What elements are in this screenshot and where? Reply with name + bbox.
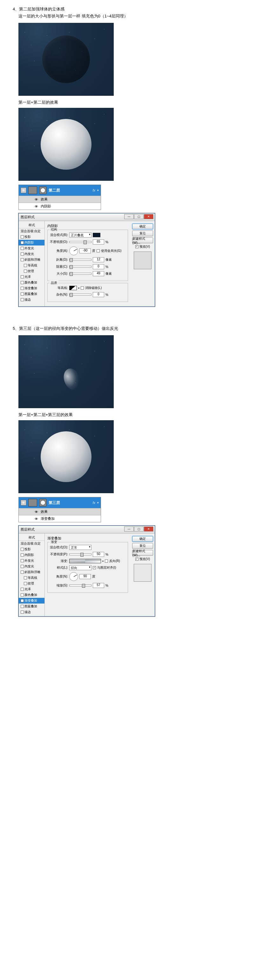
visibility-icon[interactable]: 👁 [21, 188, 26, 193]
sidebar-item-coloroverlay[interactable]: 颜色叠加 [19, 280, 45, 285]
antialias-checkbox[interactable] [81, 286, 84, 290]
noise-input[interactable]: 0 [93, 292, 104, 297]
minimize-button[interactable]: — [124, 214, 134, 219]
noise-slider[interactable] [69, 294, 91, 296]
blendmode-select[interactable]: 正片叠底 [69, 232, 91, 237]
maximize-button[interactable]: ▢ [134, 214, 144, 219]
reverse-label: 反向(R) [109, 559, 120, 563]
panel-heading: 内阴影 [47, 224, 128, 228]
distance-slider[interactable] [69, 259, 91, 261]
angle-dial[interactable] [69, 247, 78, 255]
sidebar-item-texture[interactable]: 纹理 [19, 268, 45, 274]
new-style-button[interactable]: 新建样式(W)... [132, 550, 153, 556]
new-style-button[interactable]: 新建样式(W)... [132, 237, 153, 243]
layer-fx-row[interactable]: 👁 效果 [19, 508, 101, 515]
preview-checkbox[interactable] [135, 245, 139, 248]
sidebar-item-bevel[interactable]: 斜面和浮雕 [19, 257, 45, 262]
fx-indicator[interactable]: fx [93, 188, 95, 192]
eye-icon[interactable]: 👁 [35, 205, 38, 208]
cancel-button[interactable]: 复位 [132, 231, 153, 236]
eye-icon[interactable]: 👁 [35, 197, 38, 201]
style-select[interactable]: 径向 [69, 565, 91, 570]
layer-gradoverlay-row[interactable]: 👁 渐变叠加 [19, 515, 101, 522]
step4-title: 4、第二层加强球体的立体感 [13, 6, 264, 12]
sidebar-item-innershadow[interactable]: 内阴影 [19, 240, 45, 245]
distance-label: 距离(D): [50, 258, 68, 262]
dialog-titlebar[interactable]: 图层样式 — ▢ ✕ [19, 213, 155, 221]
sidebar-item-stroke[interactable]: 描边 [19, 297, 45, 302]
sidebar-item-bevel[interactable]: 斜面和浮雕 [19, 569, 45, 575]
sidebar-item-texture[interactable]: 纹理 [19, 581, 45, 586]
sidebar-item-innershadow[interactable]: 内阴影 [19, 552, 45, 558]
ok-button[interactable]: 确定 [132, 224, 153, 229]
sidebar-item-innerglow[interactable]: 内发光 [19, 563, 45, 569]
contour-picker[interactable] [69, 286, 77, 290]
dialog-title-text: 图层样式 [21, 215, 35, 220]
expand-icon[interactable]: ▾ [97, 189, 99, 192]
fx-indicator[interactable]: fx [93, 501, 95, 504]
angle-dial[interactable] [69, 572, 78, 581]
maximize-button[interactable]: ▢ [134, 527, 144, 531]
layer-row-selected[interactable]: 👁 第二层 fx ▾ [19, 185, 101, 196]
global-light-checkbox[interactable] [96, 249, 100, 253]
sidebar-item-contour[interactable]: 等高线 [19, 575, 45, 581]
blendmode-select[interactable]: 正常 [69, 545, 91, 550]
minimize-button[interactable]: — [124, 527, 134, 531]
style-label: 样式(L): [50, 565, 68, 570]
eye-icon[interactable]: 👁 [35, 517, 38, 521]
sidebar-item-dropshadow[interactable]: 投影 [19, 234, 45, 240]
scale-slider[interactable] [69, 584, 91, 586]
sidebar-item-dropshadow[interactable]: 投影 [19, 546, 45, 552]
sidebar-item-gradoverlay[interactable]: 渐变叠加 [19, 285, 45, 291]
choke-label: 阻塞(C): [50, 264, 68, 269]
shadow-color-swatch[interactable] [93, 233, 100, 237]
image-layer3-alone [18, 335, 114, 408]
align-layer-checkbox[interactable] [93, 566, 96, 569]
layer-innershadow-row[interactable]: 👁 内阴影 [19, 203, 101, 210]
angle-input[interactable]: -90 [79, 248, 91, 253]
sidebar-item-patternoverlay[interactable]: 图案叠加 [19, 603, 45, 609]
size-input[interactable]: 49 [93, 271, 104, 276]
layer-name: 第三层 [49, 500, 91, 506]
preview-checkbox[interactable] [135, 558, 139, 561]
sidebar-item-satin[interactable]: 光泽 [19, 274, 45, 280]
reverse-checkbox[interactable] [105, 560, 108, 563]
scale-input[interactable]: 57 [93, 583, 104, 588]
sidebar-item-satin[interactable]: 光泽 [19, 586, 45, 592]
opacity-slider[interactable] [69, 241, 91, 243]
layer-fx-row[interactable]: 👁 效果 [19, 196, 101, 203]
sidebar-blend-options[interactable]: 混合选项:自定 [19, 228, 45, 234]
close-button[interactable]: ✕ [144, 527, 154, 531]
opacity-input[interactable]: 65 [93, 239, 104, 245]
sidebar-item-patternoverlay[interactable]: 图案叠加 [19, 291, 45, 297]
sidebar-item-stroke[interactable]: 描边 [19, 609, 45, 615]
panel-heading: 渐变叠加 [47, 536, 128, 541]
opacity-slider[interactable] [69, 554, 91, 555]
choke-slider[interactable] [69, 266, 91, 268]
image-layer1-2-3-combined [18, 420, 114, 493]
layer-row-selected[interactable]: 👁 第三层 fx ▾ [19, 497, 101, 508]
expand-icon[interactable]: ▾ [97, 501, 99, 504]
opacity-input[interactable]: 50 [93, 552, 104, 557]
sidebar-item-contour[interactable]: 等高线 [19, 262, 45, 268]
sidebar-item-outerglow[interactable]: 外发光 [19, 245, 45, 251]
sidebar-item-outerglow[interactable]: 外发光 [19, 558, 45, 563]
dialog-titlebar[interactable]: 图层样式 — ▢ ✕ [19, 526, 155, 533]
size-slider[interactable] [69, 273, 91, 275]
gradient-picker[interactable] [69, 559, 101, 563]
sidebar-blend-options[interactable]: 混合选项:自定 [19, 541, 45, 546]
cancel-button[interactable]: 复位 [132, 543, 153, 549]
eye-icon[interactable]: 👁 [35, 510, 38, 514]
visibility-icon[interactable]: 👁 [21, 500, 26, 506]
sidebar-item-coloroverlay[interactable]: 颜色叠加 [19, 592, 45, 598]
distance-input[interactable]: 12 [93, 257, 104, 262]
close-button[interactable]: ✕ [144, 214, 154, 219]
blendmode-label: 混合模式(O): [50, 545, 68, 550]
ok-button[interactable]: 确定 [132, 536, 153, 542]
sidebar-item-gradoverlay[interactable]: 渐变叠加 [19, 598, 45, 603]
sidebar-item-innerglow[interactable]: 内发光 [19, 251, 45, 257]
layers-panel-3: 👁 第三层 fx ▾ 👁 效果 👁 渐变叠加 [18, 497, 101, 522]
angle-input[interactable]: 90 [79, 574, 91, 579]
choke-input[interactable]: 0 [93, 264, 104, 269]
sidebar-header: 样式 [19, 222, 45, 228]
